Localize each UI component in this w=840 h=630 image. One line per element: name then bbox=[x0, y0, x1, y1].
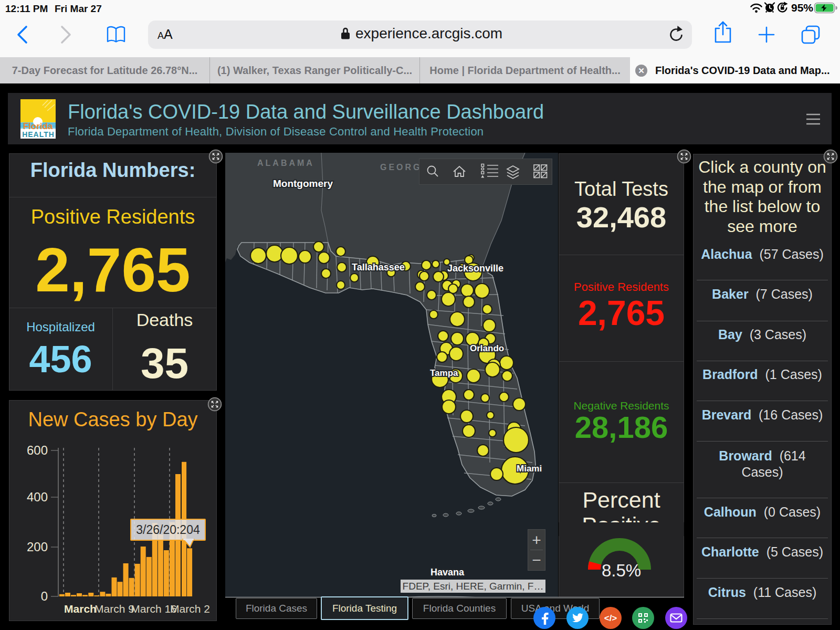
svg-text:Montgomery: Montgomery bbox=[273, 178, 333, 189]
svg-text:600: 600 bbox=[27, 443, 48, 457]
svg-text:HEALTH: HEALTH bbox=[22, 130, 55, 139]
svg-text:ALABAMA: ALABAMA bbox=[257, 159, 314, 167]
svg-text:Havana: Havana bbox=[430, 567, 465, 578]
svg-text:0: 0 bbox=[41, 589, 48, 603]
svg-text:Tallahassee: Tallahassee bbox=[352, 262, 405, 272]
svg-text:Miami: Miami bbox=[517, 464, 542, 474]
svg-text:</>: </> bbox=[604, 613, 617, 623]
svg-text:GEORG: GEORG bbox=[380, 163, 422, 172]
svg-text:Orlando: Orlando bbox=[470, 343, 504, 353]
svg-text:Jacksonville: Jacksonville bbox=[447, 263, 503, 274]
svg-text:200: 200 bbox=[27, 540, 48, 554]
svg-text:Tampa: Tampa bbox=[430, 368, 458, 378]
svg-text:400: 400 bbox=[27, 490, 48, 504]
svg-text:95%: 95% bbox=[791, 2, 813, 14]
